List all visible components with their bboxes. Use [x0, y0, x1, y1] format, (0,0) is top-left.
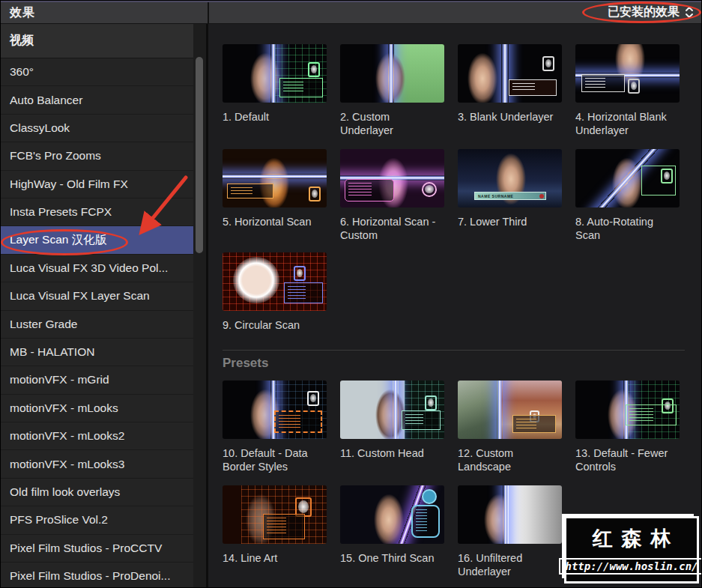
data-box-art	[227, 184, 273, 198]
grid-overlay-art	[405, 381, 444, 439]
fingerprint-icon	[661, 169, 673, 184]
sidebar-item-highway-old-film-fx[interactable]: HighWay - Old Film FX	[1, 171, 193, 198]
effect-thumbnail	[458, 381, 562, 439]
data-box-art	[263, 514, 305, 539]
effect-item-default[interactable]: 1. Default	[223, 44, 340, 149]
effect-item-custom-underlayer[interactable]: 2. Custom Underlayer	[340, 44, 458, 149]
lower-third-banner-art: NAME SURNAME	[474, 192, 546, 200]
effect-thumbnail	[340, 485, 444, 544]
scan-beam-art	[497, 381, 503, 439]
scan-beam-art	[393, 381, 399, 439]
effect-thumbnail	[340, 44, 444, 103]
fingerprint-icon	[542, 56, 554, 71]
sidebar-scrollbar-track[interactable]	[193, 24, 206, 587]
presets-divider	[223, 350, 685, 351]
top-bar-divider	[208, 1, 209, 24]
preset-item-line-art[interactable]: 14. Line Art	[223, 485, 340, 587]
sidebar: 视频 360° Auto Balancer ClassyLook FCB's P…	[1, 24, 193, 587]
data-box-art	[509, 79, 557, 96]
fingerprint-icon	[309, 187, 321, 201]
effect-item-auto-rotating-scan[interactable]: 8. Auto-Rotating Scan	[575, 149, 693, 252]
effect-label: 16. Unfiltered Underlayer	[458, 551, 558, 578]
effect-label: 13. Default - Fewer Controls	[575, 446, 676, 473]
effect-label: 10. Default - Data Border Styles	[223, 446, 323, 473]
preset-item-default-fewer-controls[interactable]: 13. Default - Fewer Controls	[575, 381, 693, 485]
effect-label: 11. Custom Head	[340, 446, 441, 460]
fingerprint-icon	[422, 182, 437, 197]
panel-title: 效果	[10, 5, 35, 21]
effect-label: 1. Default	[223, 110, 323, 124]
top-bar: 效果 已安装的效果	[1, 1, 701, 24]
watermark-url: http://www.hoslin.cn/	[559, 558, 702, 575]
face-art	[246, 155, 302, 207]
effect-thumbnail	[223, 485, 327, 544]
sidebar-item-mgrid[interactable]: motionVFX - mGrid	[1, 366, 193, 394]
data-box-art	[345, 179, 394, 201]
scan-beam-art	[223, 174, 327, 179]
sidebar-item-pfs-proslice[interactable]: PFS ProSlice Vol.2	[1, 506, 193, 534]
sidebar-item-360[interactable]: 360°	[1, 58, 193, 86]
effect-item-blank-underlayer[interactable]: 3. Blank Underlayer	[458, 44, 575, 149]
data-box-art	[279, 78, 323, 97]
effect-label: 4. Horizontal Blank Underlayer	[575, 110, 676, 137]
preset-item-custom-landscape[interactable]: 12. Custom Landscape	[458, 381, 575, 485]
circular-glow-art	[233, 257, 279, 303]
sidebar-item-layer-scan-selected[interactable]: Layer Scan 汉化版	[1, 226, 193, 254]
fingerprint-icon	[307, 391, 319, 406]
underlayer-art	[507, 485, 562, 544]
sidebar-item-luca-3d-video-pol[interactable]: Luca Visual FX 3D Video Pol...	[1, 255, 193, 282]
sidebar-item-mlooks3[interactable]: motionVFX - mLooks3	[1, 450, 193, 478]
sidebar-item-mlooks[interactable]: motionVFX - mLooks	[1, 395, 193, 422]
effect-thumbnail	[223, 44, 327, 103]
preset-item-custom-head[interactable]: 11. Custom Head	[340, 381, 458, 485]
effect-thumbnail	[223, 252, 327, 311]
sidebar-item-fcbs-pro-zooms[interactable]: FCB's Pro Zooms	[1, 142, 193, 170]
effect-label: 7. Lower Third	[458, 215, 558, 228]
preset-item-unfiltered-underlayer[interactable]: 16. Unfiltered Underlayer	[458, 485, 575, 587]
data-box-art	[274, 410, 322, 433]
effect-item-lower-third[interactable]: NAME SURNAME 7. Lower Third	[458, 149, 575, 252]
data-box-art	[402, 410, 441, 430]
sidebar-item-auto-balancer[interactable]: Auto Balancer	[1, 86, 193, 114]
chevron-up-down-icon	[685, 6, 694, 19]
effect-thumbnail	[458, 485, 562, 544]
scan-beam-art	[270, 44, 276, 103]
data-box-art	[284, 282, 323, 303]
sidebar-item-mlooks2[interactable]: motionVFX - mLooks2	[1, 422, 193, 450]
sidebar-item-classylook[interactable]: ClassyLook	[1, 115, 193, 142]
effects-browser-window: 效果 已安装的效果 视频 360° Auto Balancer ClassyLo…	[0, 0, 702, 588]
presets-row-1: 10. Default - Data Border Styles 11. Cus…	[223, 381, 701, 485]
effect-label: 8. Auto-Rotating Scan	[575, 215, 676, 242]
panel-divider	[206, 1, 208, 588]
effect-thumbnail: NAME SURNAME	[458, 149, 562, 207]
sidebar-item-old-film-look-overlays[interactable]: Old film look overlays	[1, 479, 193, 506]
data-box-art	[581, 74, 625, 92]
preset-item-one-third-scan[interactable]: 15. One Third Scan	[340, 485, 458, 587]
sidebar-item-mb-halation[interactable]: MB - HALATION	[1, 339, 193, 366]
effect-thumbnail	[223, 149, 327, 207]
sidebar-item-prodenoi[interactable]: Pixel Film Studios - ProDenoi...	[1, 563, 193, 588]
sidebar-section-video[interactable]: 视频	[1, 24, 193, 58]
data-box-art	[512, 415, 556, 433]
scan-target-icon	[422, 489, 437, 504]
effect-item-circular-scan[interactable]: 9. Circular Scan	[223, 252, 340, 350]
preset-item-default-data-border-styles[interactable]: 10. Default - Data Border Styles	[223, 381, 340, 485]
data-box-art	[626, 404, 677, 425]
effect-item-horizontal-blank-underlayer[interactable]: 4. Horizontal Blank Underlayer	[575, 44, 693, 149]
effect-label: 5. Horizontal Scan	[223, 215, 323, 228]
effect-thumbnail	[575, 149, 680, 207]
watermark: 红森林 http://www.hoslin.cn/	[564, 516, 699, 584]
effects-row-1: 1. Default 2. Custom Underlayer 3. Blank…	[223, 44, 701, 149]
sidebar-item-luca-layer-scan[interactable]: Luca Visual FX Layer Scan	[1, 282, 193, 310]
sidebar-item-luster-grade[interactable]: Luster Grade	[1, 311, 193, 339]
effect-item-horizontal-scan[interactable]: 5. Horizontal Scan	[223, 149, 340, 252]
effect-item-horizontal-scan-custom[interactable]: 6. Horizontal Scan - Custom	[340, 149, 458, 252]
effect-label: 15. One Third Scan	[340, 551, 441, 565]
sidebar-item-proccctv[interactable]: Pixel Film Studios - ProCCTV	[1, 535, 193, 563]
effect-label: 12. Custom Landscape	[458, 446, 558, 473]
effect-thumbnail	[458, 44, 562, 103]
installed-effects-dropdown[interactable]: 已安装的效果	[608, 3, 694, 22]
sidebar-item-insta-presets-fcpx[interactable]: Insta Presets FCPX	[1, 198, 193, 226]
sidebar-scrollbar-thumb[interactable]	[196, 57, 203, 253]
effect-label: 6. Horizontal Scan - Custom	[340, 215, 441, 242]
